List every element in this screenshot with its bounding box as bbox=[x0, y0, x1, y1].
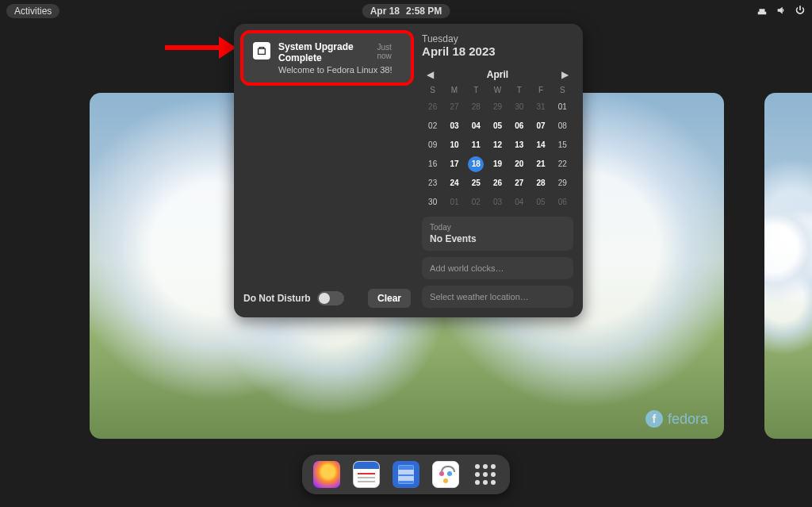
calendar-day[interactable]: 01 bbox=[446, 194, 462, 210]
calendar-next[interactable]: ▶ bbox=[559, 68, 572, 81]
apps-grid-icon bbox=[475, 464, 496, 485]
calendar-day[interactable]: 29 bbox=[490, 99, 506, 115]
dock-app-software[interactable] bbox=[432, 461, 459, 488]
calendar-day[interactable]: 02 bbox=[468, 194, 484, 210]
clear-button[interactable]: Clear bbox=[368, 289, 411, 308]
calendar-day[interactable]: 19 bbox=[490, 156, 506, 172]
notification-item[interactable]: System Upgrade Complete Just now Welcome… bbox=[243, 33, 411, 83]
calendar-weekday: W bbox=[487, 84, 508, 96]
calendar-day[interactable]: 27 bbox=[446, 99, 462, 115]
clock-button[interactable]: Apr 18 2:58 PM bbox=[362, 4, 450, 18]
calendar-day[interactable]: 09 bbox=[425, 137, 441, 153]
calendar-weekday: F bbox=[530, 84, 551, 96]
calendar-day[interactable]: 17 bbox=[446, 156, 462, 172]
calendar-day[interactable]: 21 bbox=[533, 156, 549, 172]
calendar-day[interactable]: 11 bbox=[468, 137, 484, 153]
clock-time: 2:58 PM bbox=[406, 6, 442, 17]
calendar-day[interactable]: 23 bbox=[425, 175, 441, 191]
network-icon[interactable] bbox=[756, 5, 768, 18]
calendar-day[interactable]: 15 bbox=[554, 137, 570, 153]
fedora-brand-text: fedora bbox=[668, 411, 708, 428]
date-heading: Tuesday April 18 2023 bbox=[422, 33, 573, 59]
notification-title: System Upgrade Complete bbox=[278, 41, 372, 63]
top-bar: Activities Apr 18 2:58 PM bbox=[0, 0, 812, 22]
calendar-day[interactable]: 10 bbox=[446, 137, 462, 153]
calendar-prev[interactable]: ◀ bbox=[423, 68, 436, 81]
wallpaper bbox=[764, 93, 812, 439]
events-label: Today bbox=[430, 223, 565, 232]
calendar: ◀ April ▶ SMTWTFS26272829303101020304050… bbox=[422, 65, 573, 210]
date-full: April 18 2023 bbox=[422, 44, 573, 59]
calendar-day[interactable]: 03 bbox=[490, 194, 506, 210]
events-card[interactable]: Today No Events bbox=[422, 217, 573, 251]
calendar-weekday: T bbox=[508, 84, 530, 96]
activities-button[interactable]: Activities bbox=[6, 4, 59, 18]
calendar-weekday: S bbox=[552, 84, 573, 96]
calendar-weekday: M bbox=[443, 84, 465, 96]
clock-date: Apr 18 bbox=[370, 6, 400, 17]
calendar-month: April bbox=[487, 69, 508, 80]
calendar-day[interactable]: 30 bbox=[425, 194, 441, 210]
calendar-day[interactable]: 28 bbox=[468, 99, 484, 115]
datetime-panel: System Upgrade Complete Just now Welcome… bbox=[234, 24, 583, 317]
calendar-day[interactable]: 04 bbox=[468, 118, 484, 134]
notification-time: Just now bbox=[377, 43, 401, 60]
volume-icon[interactable] bbox=[776, 5, 787, 18]
calendar-weekday: S bbox=[422, 84, 443, 96]
workspace-thumbnail-next[interactable] bbox=[764, 93, 812, 439]
calendar-day[interactable]: 08 bbox=[554, 118, 570, 134]
calendar-weekday: T bbox=[465, 84, 487, 96]
weather-card[interactable]: Select weather location… bbox=[422, 286, 573, 308]
calendar-day[interactable]: 29 bbox=[554, 175, 570, 191]
calendar-day[interactable]: 01 bbox=[554, 99, 570, 115]
calendar-day[interactable]: 18 bbox=[468, 156, 484, 172]
status-area[interactable] bbox=[756, 5, 806, 18]
calendar-day[interactable]: 16 bbox=[425, 156, 441, 172]
calendar-day[interactable]: 07 bbox=[533, 118, 549, 134]
calendar-day[interactable]: 24 bbox=[446, 175, 462, 191]
annotation-arrow bbox=[165, 36, 236, 59]
world-clocks-card[interactable]: Add world clocks… bbox=[422, 257, 573, 279]
events-value: No Events bbox=[430, 233, 565, 244]
dock-app-firefox[interactable] bbox=[313, 461, 340, 488]
calendar-day[interactable]: 05 bbox=[533, 194, 549, 210]
calendar-day[interactable]: 22 bbox=[554, 156, 570, 172]
dock bbox=[302, 455, 510, 494]
dock-app-files[interactable] bbox=[393, 461, 419, 488]
dnd-label: Do Not Disturb bbox=[243, 293, 311, 304]
calendar-day[interactable]: 06 bbox=[511, 118, 527, 134]
date-dow: Tuesday bbox=[422, 33, 573, 44]
calendar-day[interactable]: 26 bbox=[490, 175, 506, 191]
calendar-grid: SMTWTFS262728293031010203040506070809101… bbox=[422, 84, 573, 210]
calendar-day[interactable]: 20 bbox=[511, 156, 527, 172]
software-icon bbox=[253, 42, 270, 60]
calendar-day[interactable]: 30 bbox=[511, 99, 527, 115]
notification-body: Welcome to Fedora Linux 38! bbox=[278, 65, 401, 75]
calendar-day[interactable]: 02 bbox=[425, 118, 441, 134]
dock-apps-grid[interactable] bbox=[472, 461, 499, 488]
calendar-day[interactable]: 27 bbox=[511, 175, 527, 191]
calendar-day[interactable]: 26 bbox=[425, 99, 441, 115]
power-icon[interactable] bbox=[795, 5, 806, 18]
calendar-day[interactable]: 31 bbox=[533, 99, 549, 115]
calendar-day[interactable]: 03 bbox=[446, 118, 462, 134]
fedora-icon: f bbox=[645, 410, 663, 428]
calendar-day[interactable]: 04 bbox=[511, 194, 527, 210]
calendar-day[interactable]: 12 bbox=[490, 137, 506, 153]
calendar-day[interactable]: 14 bbox=[533, 137, 549, 153]
dnd-toggle[interactable] bbox=[317, 291, 344, 305]
fedora-logo: f fedora bbox=[645, 410, 708, 428]
calendar-day[interactable]: 28 bbox=[533, 175, 549, 191]
calendar-day[interactable]: 25 bbox=[468, 175, 484, 191]
calendar-day[interactable]: 13 bbox=[511, 137, 527, 153]
calendar-day[interactable]: 05 bbox=[490, 118, 506, 134]
dock-app-calendar[interactable] bbox=[353, 461, 380, 488]
calendar-day[interactable]: 06 bbox=[554, 194, 570, 210]
